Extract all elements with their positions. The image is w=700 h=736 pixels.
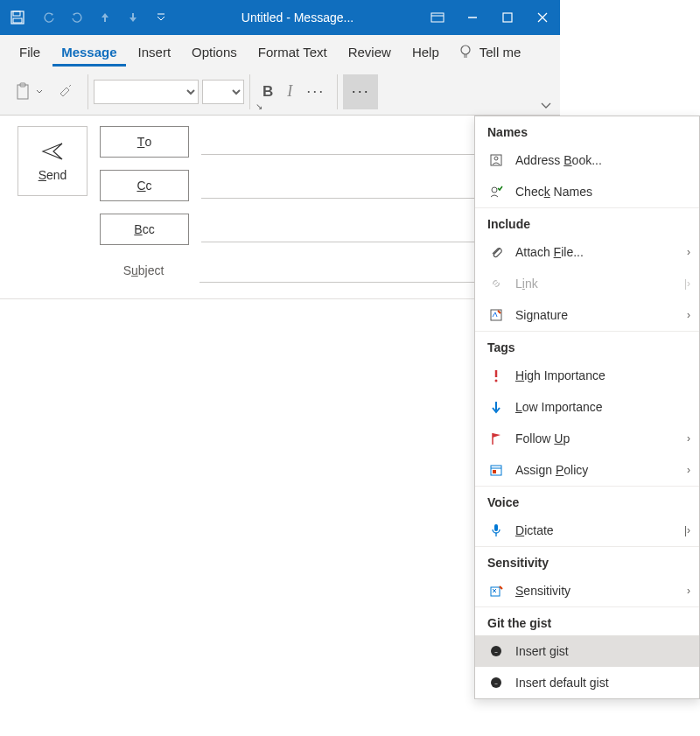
close-icon[interactable]	[525, 0, 560, 35]
overflow-button[interactable]: ···	[343, 74, 378, 109]
menu-section-names: Names	[475, 116, 699, 144]
font-size-input[interactable]	[202, 80, 244, 104]
sensitivity-icon	[487, 584, 505, 598]
bcc-button[interactable]: BccBcc	[100, 214, 189, 245]
attachment-icon	[487, 245, 505, 259]
svg-text:~: ~	[494, 681, 498, 686]
flag-icon	[487, 431, 505, 445]
ribbon-tabs: File Message Insert Options Format Text …	[0, 35, 560, 68]
tell-me-input[interactable]: Tell me	[480, 38, 530, 67]
menu-section-tags: Tags	[475, 332, 699, 360]
menu-follow-up[interactable]: Follow UpFollow Up ›	[475, 423, 699, 454]
menu-high-importance[interactable]: High ImportanceHigh Importance	[475, 360, 699, 391]
menu-section-sensitivity: Sensitivity	[475, 547, 699, 575]
high-importance-icon	[487, 368, 505, 382]
format-painter-button[interactable]	[51, 74, 82, 109]
tab-help[interactable]: Help	[403, 38, 448, 67]
lightbulb-icon	[458, 44, 472, 60]
link-icon	[487, 277, 505, 291]
send-label: SSendend	[38, 168, 67, 182]
svg-rect-1	[13, 11, 20, 16]
undo-icon[interactable]	[35, 0, 63, 35]
svg-text:~: ~	[494, 649, 498, 655]
subject-label: SubjectSubject	[100, 263, 187, 277]
policy-icon	[487, 463, 505, 477]
address-book-icon	[487, 153, 505, 167]
low-importance-icon	[487, 400, 505, 414]
gist-icon: ~	[487, 644, 505, 658]
menu-low-importance[interactable]: Low ImportanceLow Importance	[475, 391, 699, 423]
tab-options[interactable]: Options	[183, 38, 246, 67]
cc-button[interactable]: CcCc	[100, 170, 189, 201]
minimize-icon[interactable]	[455, 0, 490, 35]
font-name-input[interactable]	[94, 80, 199, 104]
qat-customize-icon[interactable]	[147, 0, 175, 35]
svg-rect-27	[494, 524, 498, 531]
menu-insert-default-gist[interactable]: ~ Insert default gist	[475, 667, 699, 698]
redo-icon[interactable]	[63, 0, 91, 35]
check-names-icon	[487, 185, 505, 199]
dialog-launcher-icon[interactable]: ↘	[256, 102, 262, 111]
ribbon-toolbar: B I ··· ··· ↘	[0, 68, 560, 116]
menu-link: LinkLink |›	[475, 268, 699, 299]
tab-format-text[interactable]: Format Text	[249, 38, 336, 67]
menu-signature[interactable]: SignatureSignature ›	[475, 299, 699, 331]
send-button[interactable]: SSendend	[18, 126, 88, 196]
save-icon[interactable]	[0, 0, 35, 35]
title-bar: Untitled - Message...	[0, 0, 560, 35]
svg-point-10	[461, 46, 470, 54]
up-arrow-icon[interactable]	[91, 0, 119, 35]
paste-button[interactable]	[7, 74, 51, 109]
signature-icon	[487, 308, 505, 322]
down-arrow-icon[interactable]	[119, 0, 147, 35]
menu-dictate[interactable]: DictateDictate |›	[475, 515, 699, 546]
menu-address-book[interactable]: Address Book...Address Book...	[475, 144, 699, 176]
svg-rect-4	[431, 13, 444, 22]
tab-file[interactable]: File	[10, 38, 49, 67]
tab-insert[interactable]: Insert	[130, 38, 180, 67]
svg-rect-26	[493, 470, 496, 473]
svg-point-21	[495, 380, 498, 382]
menu-assign-policy[interactable]: Assign PolicyAssign Policy ›	[475, 454, 699, 486]
tab-review[interactable]: Review	[340, 38, 400, 67]
menu-check-names[interactable]: Check NamesCheck Names	[475, 176, 699, 207]
svg-line-18	[494, 282, 498, 285]
italic-button[interactable]: I	[280, 74, 299, 109]
send-icon	[41, 140, 64, 163]
more-formatting-button[interactable]: ···	[299, 74, 332, 109]
svg-point-17	[492, 187, 497, 193]
svg-rect-7	[503, 13, 512, 22]
window-title: Untitled - Message...	[175, 11, 420, 25]
menu-section-include: Include	[475, 208, 699, 236]
menu-sensitivity[interactable]: SensitivitySensitivity ›	[475, 575, 699, 606]
menu-section-gist: Git the gist	[475, 607, 699, 635]
svg-rect-2	[13, 18, 22, 23]
tab-message[interactable]: Message	[52, 38, 125, 67]
menu-attach-file[interactable]: Attach File...Attach File... ›	[475, 236, 699, 268]
ribbon-mode-icon[interactable]	[420, 0, 455, 35]
ribbon-collapse-icon[interactable]	[541, 102, 551, 109]
microphone-icon	[487, 523, 505, 537]
ribbon-overflow-menu: Names Address Book...Address Book... Che…	[474, 116, 700, 699]
menu-section-voice: Voice	[475, 487, 699, 515]
menu-insert-gist[interactable]: ~ Insert gist	[475, 635, 699, 667]
maximize-icon[interactable]	[490, 0, 525, 35]
svg-point-16	[494, 157, 498, 160]
to-button[interactable]: ToTo	[100, 126, 189, 158]
gist-icon: ~	[487, 676, 505, 690]
